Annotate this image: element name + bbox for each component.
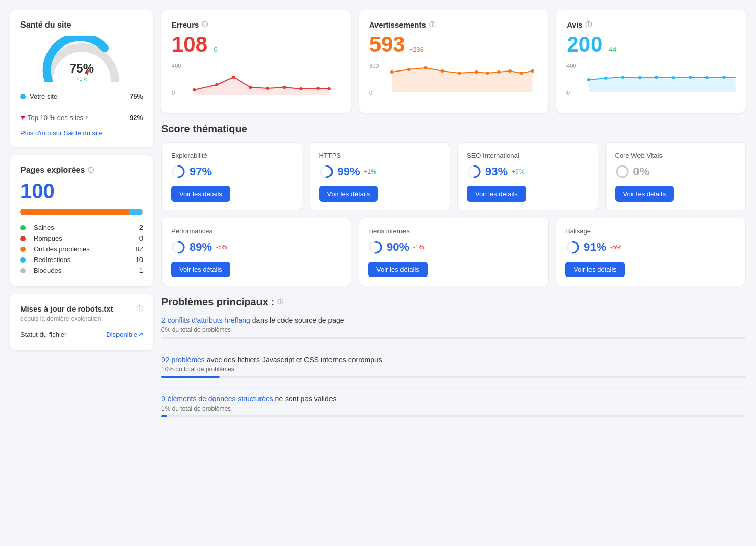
- robots-title: Mises à jour de robots.txt: [20, 304, 113, 313]
- legend-label: Saines: [34, 224, 54, 231]
- score-card: Performances 89% -5% Voir les détails: [161, 218, 351, 286]
- score-section: Score thématique Explorabilité 97% Voir …: [161, 123, 746, 286]
- problem-rest: avec des fichiers Javascript et CSS inte…: [207, 355, 382, 364]
- legend-dot: [20, 257, 26, 263]
- pb-gray: [142, 209, 143, 215]
- pages-legend-row: Ont des problèmes 87: [20, 244, 143, 254]
- score-card: Core Web Vitals 0% Voir les détails: [605, 142, 746, 210]
- stat-erreurs-value-row: 108 -6: [172, 32, 341, 57]
- robots-row1-value[interactable]: Disponible ↗: [106, 330, 143, 338]
- voir-details-button[interactable]: Voir les détails: [319, 186, 379, 202]
- voir-details-button[interactable]: Voir les détails: [171, 186, 230, 202]
- robots-row1: Statut du fichier Disponible ↗: [20, 328, 143, 340]
- sante-card: Santé du site 75% +1%: [10, 10, 153, 147]
- problem-text: 92 problèmes avec des fichiers Javascrip…: [161, 355, 746, 364]
- svg-point-20: [458, 72, 461, 75]
- score-icon: [171, 164, 185, 179]
- score-icon: [171, 240, 185, 254]
- score-pct: 0%: [633, 165, 650, 178]
- robots-card: Mises à jour de robots.txt depuis la der…: [10, 294, 153, 350]
- votre-site-label: Votre site: [30, 92, 57, 100]
- svg-point-26: [531, 69, 534, 73]
- svg-point-4: [193, 88, 196, 91]
- stats-row: Erreurs ⓘ 108 -6 400 0: [161, 10, 746, 113]
- score-card-title: Liens internes: [368, 227, 539, 235]
- svg-point-9: [282, 86, 286, 89]
- voir-details-button[interactable]: Voir les détails: [171, 262, 230, 277]
- svg-text:0: 0: [369, 90, 372, 96]
- problems-info-icon[interactable]: ⓘ: [277, 298, 284, 306]
- score-pct: 89%: [190, 241, 212, 254]
- svg-point-34: [655, 76, 658, 79]
- problem-divider: [161, 348, 746, 348]
- svg-point-5: [215, 83, 219, 86]
- problem-bar-fill: [161, 415, 167, 417]
- legend-value: 1: [139, 267, 143, 274]
- svg-point-38: [723, 76, 726, 79]
- svg-point-32: [621, 76, 625, 79]
- score-value-row: 0%: [615, 164, 737, 179]
- pages-legend: Saines 2 Rompues 0 Ont des problèmes 87 …: [20, 222, 143, 276]
- problem-link[interactable]: 2 conflits d'attributs hreflang: [161, 316, 250, 324]
- pages-progress-bar: [20, 209, 143, 215]
- more-info-link[interactable]: Plus d'info sur Santé du site: [20, 129, 143, 137]
- score-grid-top: Explorabilité 97% Voir les détails HTTPS…: [161, 142, 746, 210]
- robots-header: Mises à jour de robots.txt depuis la der…: [20, 304, 143, 322]
- score-value-row: 89% -5%: [171, 240, 342, 254]
- score-icon: [368, 240, 383, 254]
- svg-point-24: [508, 69, 512, 73]
- score-card: Explorabilité 97% Voir les détails: [161, 142, 302, 210]
- score-grid-bottom: Performances 89% -5% Voir les détails Li…: [161, 218, 746, 286]
- avis-info-icon[interactable]: ⓘ: [585, 20, 592, 29]
- avert-info-icon[interactable]: ⓘ: [429, 20, 435, 29]
- robots-info-icon[interactable]: ⓘ: [137, 304, 143, 313]
- problem-link[interactable]: 92 problèmes: [161, 355, 205, 364]
- pages-legend-row: Redirections 10: [20, 254, 143, 265]
- legend-dot: [20, 236, 26, 241]
- stat-erreurs-label: Erreurs ⓘ: [172, 20, 341, 29]
- stat-erreurs: Erreurs ⓘ 108 -6 400 0: [161, 10, 351, 113]
- external-link-icon: ↗: [138, 331, 143, 338]
- svg-text:800: 800: [369, 63, 379, 68]
- chevron-down-icon[interactable]: ▾: [85, 114, 88, 121]
- problem-item: 2 conflits d'attributs hreflang dans le …: [161, 316, 746, 339]
- avis-chart: 400 0: [566, 62, 736, 103]
- arrow-down-icon: [20, 116, 26, 120]
- voir-details-button[interactable]: Voir les détails: [368, 262, 428, 277]
- problem-text: 9 éléments de données structurées ne son…: [161, 395, 746, 403]
- voir-details-button[interactable]: Voir les détails: [467, 186, 526, 202]
- score-icon: [467, 164, 481, 179]
- voir-details-button[interactable]: Voir les détails: [565, 262, 625, 277]
- score-pct: 97%: [190, 165, 212, 178]
- stat-avis-label: Avis ⓘ: [566, 20, 736, 29]
- gauge-pct: 75%: [69, 61, 94, 76]
- svg-text:400: 400: [566, 63, 576, 68]
- stat-avis-delta: -44: [606, 45, 616, 53]
- pages-info-icon[interactable]: ⓘ: [88, 166, 94, 175]
- svg-point-36: [689, 76, 693, 79]
- stat-erreurs-value: 108: [172, 32, 207, 57]
- score-icon: [565, 240, 580, 254]
- legend-value: 2: [139, 224, 143, 231]
- score-value-row: 97%: [171, 164, 293, 179]
- legend-value: 10: [136, 256, 143, 264]
- svg-marker-29: [589, 77, 736, 92]
- voir-details-button[interactable]: Voir les détails: [615, 186, 674, 202]
- svg-text:0: 0: [566, 90, 570, 96]
- svg-point-7: [249, 86, 252, 89]
- problems-section: Problèmes principaux : ⓘ 2 conflits d'at…: [161, 296, 746, 426]
- svg-point-33: [638, 76, 642, 79]
- pages-legend-row: Bloquées 1: [20, 265, 143, 276]
- problem-bar-bg: [161, 376, 746, 378]
- score-card-title: HTTPS: [319, 152, 441, 159]
- stat-avis-value: 200: [566, 32, 602, 57]
- top10-row: Top 10 % des sites ▾ 92%: [20, 111, 143, 124]
- erreurs-info-icon[interactable]: ⓘ: [202, 20, 208, 29]
- problem-link[interactable]: 9 éléments de données structurées: [161, 395, 273, 403]
- score-pct: 93%: [485, 165, 508, 178]
- pages-count: 100: [20, 180, 143, 203]
- stat-avertissements: Avertissements ⓘ 593 +238 800 0: [359, 10, 549, 113]
- pages-legend-row: Rompues 0: [20, 233, 143, 244]
- legend-dot: [20, 268, 26, 273]
- score-value-row: 93% +9%: [467, 164, 588, 179]
